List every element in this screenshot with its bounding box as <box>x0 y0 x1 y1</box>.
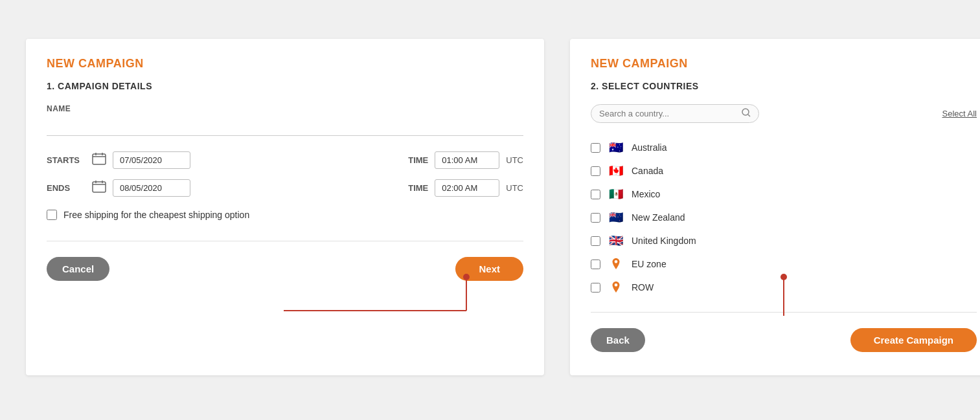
country-checkbox-uk[interactable] <box>591 236 600 246</box>
country-checkbox-australia[interactable] <box>591 143 600 153</box>
divider-right <box>591 312 977 313</box>
svg-point-13 <box>615 260 618 263</box>
right-btn-row: Back Create Campaign <box>591 328 977 352</box>
svg-rect-4 <box>93 182 106 192</box>
ends-row: ENDS 08/05/2020 TIME 02:00 AM UTC <box>47 179 523 197</box>
name-input[interactable] <box>47 117 523 136</box>
right-panel: NEW CAMPAIGN 2. SELECT COUNTRIES Select … <box>570 39 980 375</box>
country-name-australia: Australia <box>632 142 667 153</box>
left-panel: NEW CAMPAIGN 1. CAMPAIGN DETAILS NAME ST… <box>26 39 544 375</box>
create-campaign-button[interactable]: Create Campaign <box>850 328 977 352</box>
flag-mexico: 🇲🇽 <box>607 188 625 201</box>
next-button[interactable]: Next <box>455 257 523 281</box>
svg-point-14 <box>615 283 618 287</box>
free-shipping-checkbox[interactable] <box>47 210 57 220</box>
list-item: ROW <box>591 276 977 299</box>
pin-icon-row <box>607 281 625 294</box>
starts-utc-label: UTC <box>506 155 523 165</box>
ends-label: ENDS <box>47 183 85 193</box>
country-name-mexico: Mexico <box>632 189 660 199</box>
country-checkbox-canada[interactable] <box>591 166 600 176</box>
search-box[interactable] <box>591 104 759 123</box>
ends-date-input[interactable]: 08/05/2020 <box>113 179 190 197</box>
country-list: 🇦🇺 Australia 🇨🇦 Canada 🇲🇽 Mexico <box>591 136 977 299</box>
ends-time-label: TIME <box>408 183 428 193</box>
free-shipping-label: Free shipping for the cheapest shipping … <box>63 210 249 220</box>
name-label: NAME <box>47 104 523 113</box>
svg-point-11 <box>742 109 749 115</box>
flag-new-zealand: 🇳🇿 <box>607 211 625 224</box>
left-btn-row: Cancel Next <box>47 257 523 281</box>
divider-left <box>47 241 523 241</box>
ends-time-input[interactable]: 02:00 AM <box>435 179 499 197</box>
flag-australia: 🇦🇺 <box>607 141 625 154</box>
country-name-eu: EU zone <box>632 259 667 269</box>
country-checkbox-new-zealand[interactable] <box>591 213 600 223</box>
country-checkbox-mexico[interactable] <box>591 190 600 199</box>
country-checkbox-row[interactable] <box>591 283 600 293</box>
list-item: 🇬🇧 United Kingdom <box>591 229 977 252</box>
country-checkbox-eu[interactable] <box>591 260 600 269</box>
right-panel-title: NEW CAMPAIGN <box>591 57 977 71</box>
svg-rect-0 <box>93 154 106 164</box>
starts-time-input[interactable]: 01:00 AM <box>435 151 499 169</box>
list-item: 🇳🇿 New Zealand <box>591 206 977 229</box>
search-icon <box>742 108 751 119</box>
svg-line-12 <box>748 115 750 116</box>
ends-utc-label: UTC <box>506 183 523 193</box>
right-section-heading: 2. SELECT COUNTRIES <box>591 81 977 91</box>
list-item: 🇲🇽 Mexico <box>591 182 977 206</box>
flag-canada: 🇨🇦 <box>607 164 625 177</box>
list-item: EU zone <box>591 252 977 276</box>
back-button[interactable]: Back <box>591 328 645 352</box>
search-input[interactable] <box>599 109 742 118</box>
pin-icon-eu <box>607 258 625 271</box>
country-name-canada: Canada <box>632 166 663 176</box>
starts-date-input[interactable]: 07/05/2020 <box>113 151 190 169</box>
calendar-icon-starts[interactable] <box>92 152 106 168</box>
country-name-uk: United Kingdom <box>632 236 696 246</box>
calendar-icon-ends[interactable] <box>92 180 106 196</box>
list-item: 🇨🇦 Canada <box>591 159 977 182</box>
starts-row: STARTS 07/05/2020 TIME 01:00 AM UTC <box>47 151 523 169</box>
country-name-row: ROW <box>632 282 654 293</box>
select-all-button[interactable]: Select All <box>942 109 977 118</box>
flag-uk: 🇬🇧 <box>607 234 625 247</box>
country-name-new-zealand: New Zealand <box>632 212 685 223</box>
list-item: 🇦🇺 Australia <box>591 136 977 159</box>
search-row: Select All <box>591 104 977 123</box>
cancel-button[interactable]: Cancel <box>47 257 109 281</box>
left-section-heading: 1. CAMPAIGN DETAILS <box>47 81 523 91</box>
starts-label: STARTS <box>47 155 85 165</box>
starts-time-label: TIME <box>408 155 428 165</box>
left-panel-title: NEW CAMPAIGN <box>47 57 523 71</box>
free-shipping-row: Free shipping for the cheapest shipping … <box>47 210 523 220</box>
